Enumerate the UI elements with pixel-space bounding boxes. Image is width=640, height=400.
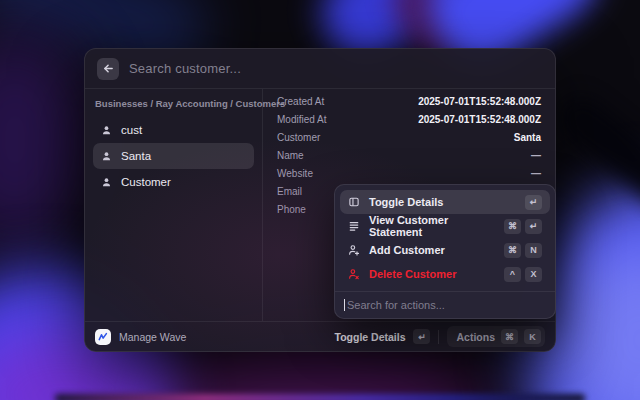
x-key-badge: X bbox=[525, 267, 542, 282]
detail-label: Website bbox=[277, 168, 313, 179]
person-icon bbox=[101, 177, 112, 188]
person-icon bbox=[101, 125, 112, 136]
detail-row-created-at: Created At 2025-07-01T15:52:48.000Z bbox=[277, 92, 541, 110]
text-caret bbox=[344, 299, 345, 311]
menu-item-label: Add Customer bbox=[369, 244, 445, 256]
menu-item-label: Toggle Details bbox=[369, 196, 443, 208]
menu-item-add-customer[interactable]: Add Customer ⌘ N bbox=[340, 238, 550, 262]
user-delete-icon bbox=[348, 268, 360, 280]
detail-row-customer: Customer Santa bbox=[277, 128, 541, 146]
panel-left-icon bbox=[348, 196, 360, 208]
list-item-customer[interactable]: Customer bbox=[93, 169, 254, 195]
detail-label: Phone bbox=[277, 204, 306, 215]
menu-item-keys: ⌘ N bbox=[504, 243, 542, 258]
detail-value: Santa bbox=[514, 132, 541, 143]
list-item-cust[interactable]: cust bbox=[93, 117, 254, 143]
actions-search-input[interactable]: Search for actions... bbox=[335, 291, 555, 318]
n-key-badge: N bbox=[525, 243, 542, 258]
detail-value: — bbox=[531, 150, 541, 161]
command-key-badge: ⌘ bbox=[504, 219, 521, 234]
command-key-badge: ⌘ bbox=[504, 243, 521, 258]
customer-name: cust bbox=[121, 124, 142, 136]
detail-row-website: Website — bbox=[277, 164, 541, 182]
customer-name: Santa bbox=[121, 150, 151, 162]
customer-name: Customer bbox=[121, 176, 171, 188]
footer-bar: Manage Wave Toggle Details ↵ Actions ⌘ K bbox=[85, 321, 555, 351]
back-button[interactable] bbox=[97, 58, 119, 80]
menu-item-keys: ^ X bbox=[504, 267, 542, 282]
menu-item-delete-customer[interactable]: Delete Customer ^ X bbox=[340, 262, 550, 286]
detail-value: 2025-07-01T15:52:48.000Z bbox=[418, 114, 541, 125]
detail-label: Customer bbox=[277, 132, 320, 143]
footer-divider bbox=[438, 330, 439, 344]
bg-gradient-strip bbox=[55, 394, 585, 400]
detail-label: Name bbox=[277, 150, 304, 161]
control-key-badge: ^ bbox=[504, 267, 521, 282]
detail-label: Modified At bbox=[277, 114, 326, 125]
return-key-badge: ↵ bbox=[413, 329, 430, 344]
bg-purple-blob bbox=[0, 30, 90, 250]
detail-value: 2025-07-01T15:52:48.000Z bbox=[418, 96, 541, 107]
search-bar: Search customer... bbox=[85, 49, 555, 89]
detail-row-name: Name — bbox=[277, 146, 541, 164]
actions-menu: Toggle Details ↵ View Customer Statement… bbox=[334, 184, 556, 319]
arrow-left-icon bbox=[102, 62, 115, 75]
menu-item-label: View Customer Statement bbox=[369, 214, 495, 238]
actions-search-placeholder: Search for actions... bbox=[347, 299, 445, 311]
search-input[interactable]: Search customer... bbox=[129, 61, 241, 76]
person-icon bbox=[101, 151, 112, 162]
menu-item-view-customer-statement[interactable]: View Customer Statement ⌘ ↵ bbox=[340, 214, 550, 238]
list-item-santa[interactable]: Santa bbox=[93, 143, 254, 169]
screen: Search customer... Businesses / Ray Acco… bbox=[0, 0, 640, 400]
user-plus-icon bbox=[348, 244, 360, 256]
wave-logo-icon bbox=[95, 329, 111, 345]
detail-row-modified-at: Modified At 2025-07-01T15:52:48.000Z bbox=[277, 110, 541, 128]
actions-menu-items: Toggle Details ↵ View Customer Statement… bbox=[335, 185, 555, 291]
menu-item-keys: ↵ bbox=[525, 195, 542, 210]
menu-item-toggle-details[interactable]: Toggle Details ↵ bbox=[340, 190, 550, 214]
menu-item-label: Delete Customer bbox=[369, 268, 456, 280]
detail-label: Created At bbox=[277, 96, 324, 107]
command-key-badge: ⌘ bbox=[501, 329, 518, 344]
statement-lines-icon bbox=[348, 220, 360, 232]
footer-actions: Toggle Details ↵ Actions ⌘ K bbox=[335, 326, 546, 347]
menu-item-keys: ⌘ ↵ bbox=[504, 219, 542, 234]
footer-actions-button[interactable]: Actions ⌘ K bbox=[447, 326, 545, 347]
return-key-badge: ↵ bbox=[525, 219, 542, 234]
return-key-badge: ↵ bbox=[525, 195, 542, 210]
detail-value: — bbox=[531, 168, 541, 179]
k-key-badge: K bbox=[524, 329, 541, 344]
brand-name: Manage Wave bbox=[119, 331, 186, 343]
actions-label: Actions bbox=[456, 331, 495, 343]
footer-toggle-details-button[interactable]: Toggle Details bbox=[335, 331, 406, 343]
customer-list-panel: Businesses / Ray Accounting / Customers … bbox=[85, 89, 263, 321]
detail-label: Email bbox=[277, 186, 302, 197]
breadcrumb: Businesses / Ray Accounting / Customers bbox=[95, 98, 252, 109]
